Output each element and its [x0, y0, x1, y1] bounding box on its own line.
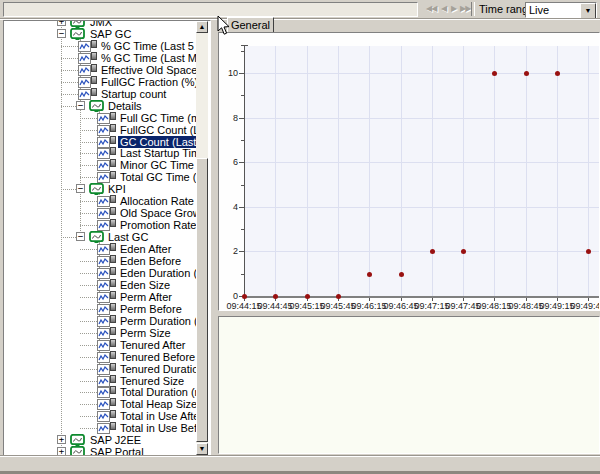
- tree-item[interactable]: Last Startup Time: [4, 147, 196, 159]
- tree-item[interactable]: Tenured Before: [4, 351, 196, 363]
- collapse-icon[interactable]: −: [76, 232, 85, 241]
- line-chart-icon: [97, 364, 110, 375]
- expand-icon[interactable]: +: [57, 21, 66, 26]
- step-forward-button[interactable]: ▶: [451, 4, 456, 13]
- y-axis-tick-minor: [241, 51, 244, 52]
- y-axis-tick-minor: [241, 95, 244, 96]
- data-point: [524, 71, 529, 76]
- tree-item[interactable]: −KPI: [4, 183, 196, 195]
- tree-item-label: Total in Use Before: [120, 422, 196, 434]
- line-chart-icon: [97, 387, 110, 398]
- tree-item[interactable]: Perm After: [4, 291, 196, 303]
- metrics-tree-panel: +JMX−SAP GC% GC Time (Last 5 Minutes)% G…: [3, 20, 211, 472]
- tree-item[interactable]: Perm Size: [4, 327, 196, 339]
- data-point: [555, 71, 560, 76]
- tree-item-label: Perm Before: [120, 303, 182, 315]
- monitor-chart-icon: [89, 231, 104, 243]
- tree-item[interactable]: +JMX: [4, 21, 196, 28]
- status-bar: [0, 457, 600, 471]
- tree-item[interactable]: Tenured Duration (ms): [4, 363, 196, 375]
- tree-item[interactable]: Full GC Time (ms) (Last Mi: [4, 112, 196, 124]
- tree-item-label: Effective Old Space Usage (%: [101, 64, 196, 76]
- tree-item[interactable]: Effective Old Space Usage (%: [4, 64, 196, 76]
- line-chart-icon: [97, 113, 110, 124]
- y-axis-label: 8: [220, 113, 238, 123]
- tree-item[interactable]: +SAP Portal: [4, 446, 196, 455]
- tree-item[interactable]: FullGC Count (Last Minute: [4, 124, 196, 136]
- tree-item[interactable]: % GC Time (Last Minute): [4, 52, 196, 64]
- tree-item-label: Tenured Before: [120, 351, 195, 363]
- tree-item[interactable]: Total GC Time (ms) (Last M: [4, 171, 196, 183]
- line-chart-icon: [97, 137, 110, 148]
- metric-badge-icon: [110, 207, 116, 215]
- metric-badge-icon: [110, 267, 116, 275]
- x-axis-line: [243, 296, 599, 298]
- data-point: [461, 249, 466, 254]
- gridline-horizontal: [244, 162, 599, 163]
- metric-badge-icon: [110, 375, 116, 383]
- tree-item[interactable]: Eden Duration (ms): [4, 267, 196, 279]
- toolbar-separator: [471, 2, 475, 16]
- toolbar: ◀◀ ◀ ▶ ▶▶ Time range: Live ▼: [0, 0, 600, 18]
- time-range-dropdown[interactable]: Live ▼: [525, 2, 597, 18]
- tree-item[interactable]: Promotion Rate (Bytes pe: [4, 219, 196, 231]
- tab-general[interactable]: General: [227, 17, 274, 32]
- tree-item[interactable]: Perm Duration (ms): [4, 315, 196, 327]
- chevron-down-icon[interactable]: ▼: [580, 3, 596, 19]
- metric-badge-icon: [91, 64, 97, 72]
- tree-item[interactable]: Old Space Growth (Bytes: [4, 207, 196, 219]
- tree-item[interactable]: Eden After: [4, 243, 196, 255]
- tree-item[interactable]: Total Heap Size: [4, 398, 196, 410]
- data-point: [305, 294, 310, 299]
- data-point: [399, 272, 404, 277]
- collapse-icon[interactable]: −: [76, 184, 85, 193]
- line-chart-icon: [97, 172, 110, 183]
- metric-badge-icon: [110, 219, 116, 227]
- application-window: { "toolbar": { "field_value": "", "nav_b…: [0, 0, 600, 474]
- tree-item[interactable]: Tenured After: [4, 339, 196, 351]
- tree-item[interactable]: Startup count: [4, 88, 196, 100]
- tree-item[interactable]: −SAP GC: [4, 28, 196, 40]
- tree-item[interactable]: Total in Use After: [4, 410, 196, 422]
- step-back-button[interactable]: ◀: [441, 4, 446, 13]
- gridline-vertical: [401, 46, 402, 296]
- tree-item[interactable]: Minor GC Time (ms) (Last: [4, 159, 196, 171]
- tree-item[interactable]: Perm Before: [4, 303, 196, 315]
- toolbar-text-field[interactable]: [3, 2, 418, 17]
- scroll-down-button[interactable]: ▼: [196, 443, 208, 455]
- data-point: [242, 294, 247, 299]
- tree-item[interactable]: Eden Before: [4, 255, 196, 267]
- tree-item[interactable]: −Details: [4, 100, 196, 112]
- collapse-icon[interactable]: −: [57, 29, 66, 38]
- tree-item[interactable]: Allocation Rate (Bytes per: [4, 195, 196, 207]
- expand-icon[interactable]: +: [57, 435, 66, 444]
- skip-back-button[interactable]: ◀◀: [426, 4, 436, 13]
- tree-item-label: KPI: [108, 183, 126, 195]
- panel-splitter[interactable]: [211, 20, 218, 470]
- vertical-scrollbar-thumb[interactable]: [196, 158, 208, 442]
- tree-item[interactable]: Total Duration (ms): [4, 386, 196, 398]
- metric-badge-icon: [110, 351, 116, 359]
- skip-forward-button[interactable]: ▶▶: [460, 4, 470, 13]
- y-axis-label: 2: [220, 246, 238, 256]
- tree-item[interactable]: Eden Size: [4, 279, 196, 291]
- tree-item[interactable]: Total in Use Before: [4, 422, 196, 434]
- data-point: [492, 71, 497, 76]
- gridline-vertical: [494, 46, 495, 296]
- monitor-chart-icon: [70, 446, 85, 455]
- tree-item[interactable]: −Last GC: [4, 231, 196, 243]
- chart-panel: 09:44:1509:44:4509:45:1509:45:4509:46:15…: [218, 32, 600, 311]
- line-chart-icon: [97, 208, 110, 219]
- metric-badge-icon: [110, 327, 116, 335]
- tree-item-label: Details: [108, 100, 142, 112]
- metric-badge-icon: [110, 398, 116, 406]
- collapse-icon[interactable]: −: [76, 101, 85, 110]
- metric-badge-icon: [110, 195, 116, 203]
- tree-item[interactable]: +SAP J2EE: [4, 434, 196, 446]
- scroll-up-button[interactable]: ▲: [196, 21, 208, 33]
- tree-item[interactable]: % GC Time (Last 5 Minutes): [4, 40, 196, 52]
- expand-icon[interactable]: +: [57, 447, 66, 455]
- gridline-vertical: [526, 46, 527, 296]
- tree-item[interactable]: FullGC Fraction (%): [4, 76, 196, 88]
- y-axis-tick-major: [239, 162, 244, 163]
